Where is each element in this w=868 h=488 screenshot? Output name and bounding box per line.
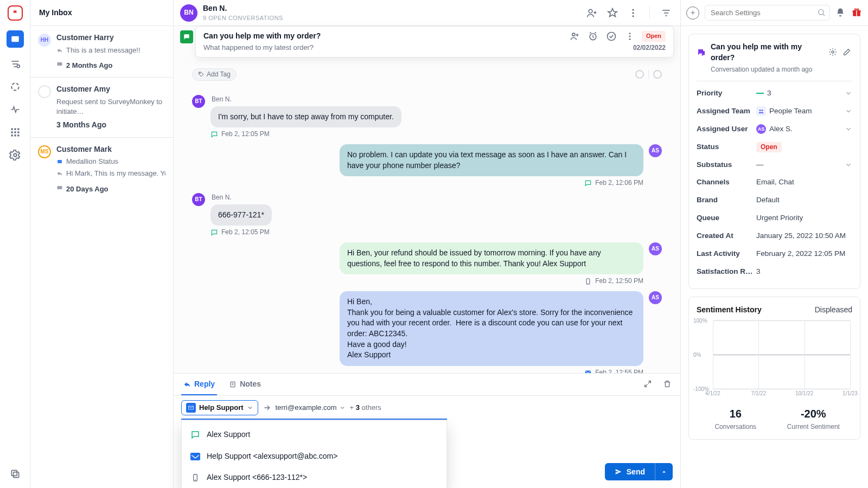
svg-rect-8 (17, 129, 19, 130)
trash-icon[interactable] (663, 380, 673, 389)
svg-rect-16 (13, 472, 18, 478)
expand-icon[interactable] (643, 380, 653, 389)
svg-rect-46 (856, 10, 857, 16)
svg-point-31 (629, 33, 630, 34)
activity-nav-icon[interactable] (9, 103, 22, 116)
message-list: BTBen N.I'm sorry, but I have to step aw… (174, 84, 680, 373)
kv-row: StatusOpen (697, 138, 852, 156)
more-recipients[interactable]: + 3 others (350, 403, 381, 413)
add-participant-icon[interactable] (569, 31, 580, 42)
mail-icon (186, 403, 196, 413)
filter-nav-icon[interactable] (9, 57, 22, 70)
marker-dot[interactable] (653, 70, 662, 79)
message: BTBen N.666-977-121*Feb 2, 12:05 PM (192, 193, 662, 237)
gear-icon[interactable] (828, 48, 838, 57)
details-title: Can you help me with my order? (711, 42, 824, 63)
kv-row: BrandDefault (697, 191, 852, 209)
chevron-down-icon (845, 125, 852, 133)
message: BTBen N.I'm sorry, but I have to step aw… (192, 95, 662, 139)
chat-icon (697, 48, 706, 57)
edit-icon[interactable] (843, 48, 852, 57)
svg-point-5 (11, 83, 18, 90)
reply-tab[interactable]: Reply (181, 374, 217, 395)
composer: Reply Notes Help Support terri@e (174, 373, 680, 488)
side-header: + (681, 0, 868, 26)
from-option[interactable]: Help Support <alexsupport@abc.com> (182, 446, 446, 467)
from-option[interactable]: Alex Support <666-123-112*> (182, 467, 446, 488)
kv-row[interactable]: Priority3 (697, 85, 852, 102)
notes-tab[interactable]: Notes (227, 374, 263, 395)
message-sender: Ben N. (212, 193, 272, 202)
assign-user-icon[interactable] (584, 5, 599, 21)
details-updated: Conversation updated a month ago (711, 65, 852, 74)
svg-point-23 (632, 12, 634, 14)
from-dropdown-menu: Alex Support Help Support <alexsupport@a… (181, 420, 447, 488)
bell-icon[interactable] (835, 8, 846, 18)
from-option[interactable]: Alex Support (182, 424, 446, 446)
copy-nav-icon[interactable] (9, 467, 22, 480)
note-indicator-icon[interactable] (180, 30, 193, 43)
inbox-item-name: Customer Harry (56, 33, 165, 43)
filter-icon[interactable] (659, 5, 674, 21)
send-dropdown-button[interactable] (655, 463, 673, 480)
chevron-down-icon (845, 107, 852, 115)
ring-nav-icon[interactable] (9, 80, 22, 93)
conversation-header: BN Ben N. 9 OPEN CONVERSATIONS (174, 0, 680, 26)
message-bubble: Hi Ben, Thank you for being a valuable c… (340, 291, 643, 366)
details-panel: + Can you help me with my order? Convers… (681, 0, 868, 488)
brand-logo[interactable]: ❝ (8, 5, 23, 21)
marker-dot[interactable] (635, 70, 644, 79)
add-tag-button[interactable]: Add Tag (192, 68, 237, 81)
message-bubble: I'm sorry, but I have to step away from … (210, 106, 401, 128)
from-selector[interactable]: Help Support (181, 400, 258, 415)
avatar (38, 85, 51, 98)
resolve-icon[interactable] (606, 31, 617, 42)
send-button[interactable]: Send (605, 463, 655, 480)
inbox-item-name: Customer Mark (56, 144, 165, 155)
conversation-panel: BN Ben N. 9 OPEN CONVERSATIONS Can you h… (174, 0, 681, 488)
svg-point-22 (632, 9, 634, 10)
inbox-item[interactable]: MS Customer Mark Medallion Status Hi Mar… (30, 138, 173, 201)
message: No problem. I can update you via text me… (192, 144, 662, 188)
gift-icon[interactable] (852, 8, 863, 18)
inbox-item-name: Customer Amy (56, 84, 165, 95)
customer-name: Ben N. (203, 3, 579, 14)
more-icon[interactable] (624, 31, 635, 42)
kv-row[interactable]: Assigned TeamPeople Team (697, 102, 852, 120)
subject-title: Can you help me with my order? (203, 31, 569, 42)
message-avatar: AS (649, 291, 662, 304)
more-icon[interactable] (626, 5, 641, 21)
inbox-nav-icon[interactable] (7, 30, 24, 48)
svg-rect-17 (11, 470, 17, 476)
sentiment-chart: 100%0%-100%4/1/227/1/2210/1/221/1/23 (713, 320, 850, 396)
svg-point-49 (832, 51, 834, 53)
chat-icon (190, 430, 200, 440)
apps-nav-icon[interactable] (9, 126, 22, 139)
message-bubble: No problem. I can update you via text me… (340, 144, 643, 176)
reply-icon (56, 47, 63, 54)
snooze-icon[interactable] (588, 31, 598, 42)
message-meta: Feb 2, 12:06 PM (340, 178, 643, 188)
message-sender: Ben N. (212, 95, 401, 104)
inbox-item[interactable]: Customer Amy Request sent to SurveyMonke… (30, 78, 173, 138)
mail-icon (56, 61, 63, 67)
kv-row[interactable]: Substatus— (697, 156, 852, 174)
chevron-down-icon (845, 161, 852, 169)
svg-rect-20 (58, 186, 62, 189)
add-widget-button[interactable]: + (686, 7, 699, 20)
svg-point-24 (632, 15, 634, 17)
svg-rect-14 (17, 134, 19, 136)
to-recipient[interactable]: terri@example.com (276, 403, 346, 413)
inbox-item[interactable]: HH Customer Harry This is a test message… (30, 26, 173, 78)
sentiment-card: Sentiment History Displeased 100%0%-100%… (688, 297, 860, 440)
search-input[interactable] (705, 5, 830, 21)
svg-point-4 (17, 65, 20, 68)
svg-rect-18 (58, 62, 62, 66)
mail-icon (190, 452, 200, 461)
message-meta: Feb 2, 12:05 PM (210, 228, 272, 237)
kv-row[interactable]: Assigned UserASAlex S. (697, 120, 852, 138)
star-icon[interactable] (605, 5, 620, 21)
mail-icon (56, 184, 63, 191)
svg-rect-13 (14, 134, 16, 136)
gear-nav-icon[interactable] (9, 149, 22, 162)
